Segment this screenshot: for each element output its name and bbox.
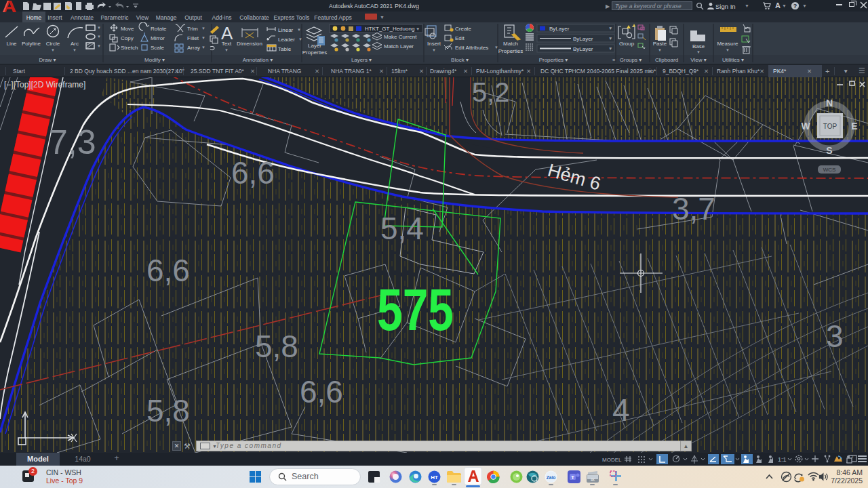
svg-text:Properties: Properties (302, 49, 327, 56)
svg-text:▼: ▼ (608, 36, 612, 41)
svg-text:HTKT_GT_Heduong: HTKT_GT_Heduong (365, 26, 414, 32)
svg-text:▼: ▼ (51, 48, 55, 52)
svg-text:Clipboard: Clipboard (655, 57, 678, 63)
svg-text:6,6: 6,6 (231, 155, 275, 190)
svg-text:Table: Table (278, 46, 292, 52)
svg-text:[−][Top][2D Wireframe]: [−][Top][2D Wireframe] (4, 80, 85, 89)
svg-text:WCS: WCS (823, 167, 836, 173)
svg-text:▼: ▼ (201, 45, 205, 49)
svg-text:6,6: 6,6 (146, 253, 190, 288)
svg-text:Properties: Properties (498, 48, 523, 54)
svg-text:▼: ▼ (201, 26, 205, 30)
svg-text:▼: ▼ (696, 50, 701, 54)
svg-text:Arc: Arc (71, 41, 79, 47)
svg-text:Rotate: Rotate (151, 26, 167, 32)
svg-text:▼: ▼ (224, 48, 229, 52)
svg-text:Edit Attributes: Edit Attributes (455, 45, 488, 51)
svg-text:▼: ▼ (297, 28, 301, 32)
svg-text:E: E (851, 121, 857, 131)
svg-text:Zalo: Zalo (547, 475, 555, 480)
svg-text:Utilities ▾: Utilities ▾ (722, 57, 744, 63)
svg-text:N: N (826, 98, 833, 108)
svg-text:TOP: TOP (823, 123, 837, 130)
svg-text:▼: ▼ (608, 46, 612, 51)
svg-text:Make Current: Make Current (384, 34, 417, 40)
svg-text:5,4: 5,4 (380, 211, 424, 246)
svg-text:ByLayer: ByLayer (573, 36, 593, 42)
svg-text:T: T (571, 474, 574, 481)
svg-text:Scale: Scale (151, 45, 165, 51)
svg-text:MODEL: MODEL (602, 457, 622, 463)
svg-text:5,8: 5,8 (255, 329, 298, 364)
svg-text:▼: ▼ (608, 26, 612, 30)
svg-text:Create: Create (455, 26, 472, 32)
svg-text:Properties ▾: Properties ▾ (539, 57, 568, 63)
svg-text:Annotation ▾: Annotation ▾ (243, 57, 273, 63)
svg-text:3,7: 3,7 (672, 191, 715, 226)
svg-text:HT: HT (431, 474, 438, 481)
svg-text:Paste: Paste (653, 41, 667, 47)
svg-text:Line: Line (6, 41, 17, 47)
svg-text:▼: ▼ (97, 44, 101, 48)
svg-text:Group: Group (619, 41, 635, 47)
svg-text:Layer: Layer (308, 43, 321, 49)
svg-text:Block ▾: Block ▾ (451, 57, 469, 63)
svg-text:Modify ▾: Modify ▾ (144, 57, 165, 63)
svg-text:Measure: Measure (717, 41, 738, 47)
svg-text:Move: Move (121, 26, 134, 32)
svg-text:Polyline: Polyline (22, 41, 41, 47)
svg-text:Array: Array (187, 45, 200, 51)
svg-text:▼: ▼ (298, 37, 302, 41)
svg-text:?: ? (793, 3, 797, 9)
svg-text:Draw ▾: Draw ▾ (39, 57, 56, 63)
svg-text:4: 4 (612, 392, 630, 428)
svg-text:6,6: 6,6 (300, 374, 343, 409)
svg-text:S: S (826, 145, 832, 156)
svg-text:»: » (612, 57, 616, 63)
svg-text:3: 3 (826, 319, 844, 354)
svg-text:Match: Match (503, 41, 518, 47)
svg-text:4K: 4K (591, 478, 595, 482)
svg-text:Mirror: Mirror (151, 35, 165, 41)
svg-text:Base: Base (692, 43, 705, 49)
svg-text:1:1: 1:1 (778, 456, 787, 463)
svg-text:Insert: Insert (427, 41, 441, 47)
svg-text:▼: ▼ (432, 48, 436, 52)
svg-text:Circle: Circle (46, 41, 60, 47)
svg-text:▼: ▼ (416, 26, 420, 31)
svg-text:Groups ▾: Groups ▾ (620, 57, 642, 63)
svg-text:Stretch: Stretch (121, 45, 138, 51)
svg-text:▼: ▼ (201, 36, 205, 40)
svg-text:Edit: Edit (455, 35, 465, 41)
svg-text:575: 575 (377, 276, 454, 343)
svg-text:Copy: Copy (121, 35, 134, 41)
svg-text:View ▾: View ▾ (690, 57, 706, 63)
svg-text:Layers ▾: Layers ▾ (351, 57, 372, 63)
svg-text:▼: ▼ (97, 26, 101, 30)
svg-text:▼: ▼ (726, 48, 730, 52)
svg-text:Linear: Linear (278, 27, 294, 33)
svg-text:Trim: Trim (187, 26, 198, 32)
svg-text:5,2: 5,2 (472, 77, 510, 107)
svg-text:▼: ▼ (97, 35, 101, 39)
svg-text:▼: ▼ (658, 48, 662, 52)
svg-text:▼: ▼ (73, 48, 77, 52)
svg-text:Fillet: Fillet (187, 35, 199, 41)
svg-text:5,8: 5,8 (146, 393, 190, 428)
svg-text:7,3: 7,3 (49, 123, 96, 161)
svg-text:ByLayer: ByLayer (573, 46, 593, 52)
svg-text:ByLayer: ByLayer (549, 26, 570, 32)
svg-text:W: W (801, 121, 810, 131)
svg-text:Dimension: Dimension (237, 41, 262, 47)
svg-text:Leader: Leader (278, 37, 295, 43)
svg-text:Text: Text (222, 41, 232, 47)
svg-text:Match Layer: Match Layer (384, 43, 414, 49)
